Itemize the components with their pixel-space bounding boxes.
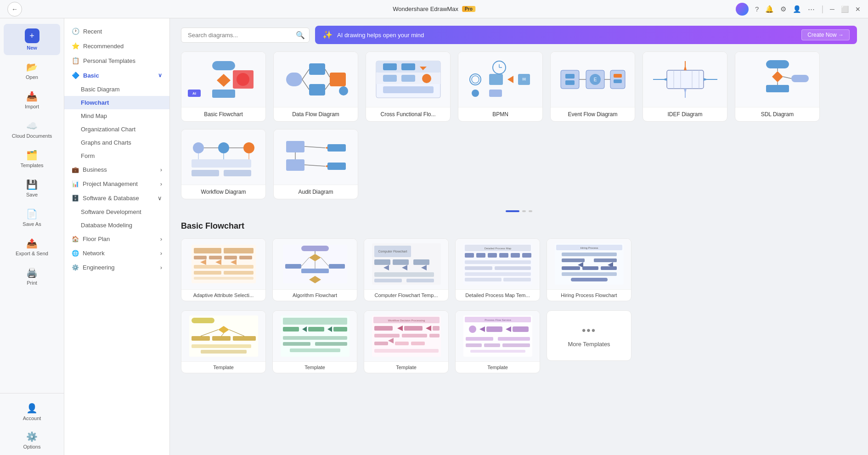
svg-rect-7 xyxy=(286,73,302,86)
account-button[interactable]: 👤 xyxy=(793,5,801,13)
close-button[interactable]: ✕ xyxy=(855,6,861,13)
nav-category-floor[interactable]: 🏠 Floor Plan › xyxy=(64,232,169,246)
sidebar-item-open[interactable]: 📂 Open xyxy=(4,57,60,84)
svg-rect-163 xyxy=(201,350,247,354)
svg-point-15 xyxy=(339,86,348,95)
nav-item-recent[interactable]: 🕐 Recent xyxy=(64,24,169,39)
flowchart-template-detailed[interactable]: Detailed Process Map xyxy=(455,238,540,301)
nav-item-recommended[interactable]: ⭐ Recommended xyxy=(64,39,169,53)
fc-label-algorithm: Algorithm Flowchart xyxy=(273,289,357,301)
svg-rect-23 xyxy=(401,75,415,82)
nav-item-personal[interactable]: 📋 Personal Templates xyxy=(64,53,169,68)
sidebar-item-saveas[interactable]: 📄 Save As xyxy=(4,204,60,231)
template-card-idef[interactable]: IDEF Diagram xyxy=(643,51,727,122)
nav-category-network[interactable]: 🌐 Network › xyxy=(64,246,169,260)
svg-rect-39 xyxy=(565,80,575,85)
svg-rect-48 xyxy=(667,70,704,89)
nav-sub-basic-diagram[interactable]: Basic Diagram xyxy=(64,83,169,96)
search-button[interactable]: 🔍 xyxy=(296,31,305,39)
flowchart-template-adaptive[interactable]: Adaptive Attribute Selecti... xyxy=(181,238,266,301)
svg-rect-143 xyxy=(562,253,617,256)
project-icon: 📊 xyxy=(72,180,79,187)
engineering-chevron-icon: › xyxy=(160,264,162,271)
nav-sub-flowchart[interactable]: Flowchart xyxy=(64,96,169,109)
svg-rect-90 xyxy=(224,248,254,253)
svg-rect-168 xyxy=(308,327,324,331)
svg-rect-203 xyxy=(502,343,530,347)
template-card-cross-functional[interactable]: Cross Functional Flo... xyxy=(366,51,451,122)
card-label-event-flow: Event Flow Diagram xyxy=(551,107,635,121)
nav-sub-db-modeling[interactable]: Database Modeling xyxy=(64,219,169,232)
template-card-data-flow[interactable]: Data Flow Diagram xyxy=(273,51,358,122)
ai-create-button[interactable]: Create Now → xyxy=(801,29,850,40)
nav-category-project[interactable]: 📊 Project Management › xyxy=(64,177,169,191)
svg-rect-8 xyxy=(309,63,325,75)
svg-rect-117 xyxy=(393,259,409,265)
svg-rect-190 xyxy=(374,349,439,353)
cloud-icon: ☁️ xyxy=(26,120,38,131)
sidebar-item-cloud[interactable]: ☁️ Cloud Documents xyxy=(4,116,60,143)
nav-category-business[interactable]: 💼 Business › xyxy=(64,163,169,177)
svg-rect-154 xyxy=(192,318,214,323)
more-button[interactable]: ⋯ xyxy=(808,5,815,13)
maximize-button[interactable]: ⬜ xyxy=(841,6,849,13)
search-input[interactable] xyxy=(181,28,310,43)
options-icon: ⚙️ xyxy=(26,431,38,442)
svg-rect-178 xyxy=(374,326,393,331)
svg-rect-63 xyxy=(766,85,789,92)
sidebar-item-print[interactable]: 🖨️ Print xyxy=(4,263,60,290)
minimize-button[interactable]: ─ xyxy=(830,6,834,13)
fc-label-row2-2: Template xyxy=(273,361,357,373)
svg-rect-135 xyxy=(465,266,492,270)
fc-label-adaptive: Adaptive Attribute Selecti... xyxy=(181,289,265,301)
svg-point-4 xyxy=(237,73,249,86)
svg-rect-156 xyxy=(192,336,210,341)
svg-rect-22 xyxy=(383,75,397,82)
sidebar-item-options[interactable]: ⚙️ Options xyxy=(4,427,60,454)
nav-sub-software-dev[interactable]: Software Development xyxy=(64,205,169,219)
more-templates-card[interactable]: ••• More Templates xyxy=(547,310,631,361)
flowchart-template-computer[interactable]: Computer Flowchart Computer Flowchart Te… xyxy=(364,238,449,301)
svg-rect-38 xyxy=(565,74,575,79)
svg-rect-183 xyxy=(374,334,400,337)
nav-category-software[interactable]: 🗄️ Software & Database ∨ xyxy=(64,191,169,205)
svg-rect-170 xyxy=(333,327,347,331)
template-card-workflow[interactable]: Workflow Diagram xyxy=(181,129,266,199)
back-button[interactable]: ← xyxy=(7,2,22,17)
template-card-sdl[interactable]: SDL Diagram xyxy=(735,51,820,122)
settings-button[interactable]: ⚙ xyxy=(780,5,786,13)
sidebar-item-new[interactable]: + New xyxy=(4,24,60,55)
nav-sub-mind-map[interactable]: Mind Map xyxy=(64,109,169,123)
template-card-audit[interactable]: Audit Diagram xyxy=(273,129,358,199)
fc-label-detailed: Detailed Process Map Tem... xyxy=(456,289,540,301)
nav-sub-graphs[interactable]: Graphs and Charts xyxy=(64,136,169,149)
sidebar-item-save[interactable]: 💾 Save xyxy=(4,174,60,202)
nav-sub-form[interactable]: Form xyxy=(64,149,169,163)
flowchart-template-row2-1[interactable]: Template xyxy=(181,310,266,373)
basic-category-icon: 🔷 xyxy=(72,72,79,79)
flowchart-template-row2-4[interactable]: Process Flow Service Template xyxy=(455,310,540,373)
help-button[interactable]: ? xyxy=(755,5,759,13)
sidebar-item-import[interactable]: 📥 Import xyxy=(4,86,60,114)
svg-rect-139 xyxy=(503,278,531,281)
sidebar-item-account[interactable]: 👤 Account xyxy=(4,398,60,426)
svg-rect-75 xyxy=(224,170,251,176)
svg-line-14 xyxy=(325,83,330,90)
nav-category-basic[interactable]: 🔷 Basic ∨ xyxy=(64,68,169,83)
flowchart-template-hiring[interactable]: Hiring Process Hiring Process Flowchart xyxy=(547,238,631,301)
svg-rect-99 xyxy=(194,271,221,275)
flowchart-template-row2-2[interactable]: Template xyxy=(272,310,357,373)
sidebar-item-templates[interactable]: 🗂️ Templates xyxy=(4,145,60,173)
engineering-icon: ⚙️ xyxy=(72,264,79,271)
flowchart-template-row2-3[interactable]: Workflow Decision Processing xyxy=(364,310,449,373)
fc-label-computer: Computer Flowchart Temp... xyxy=(364,289,448,301)
template-card-basic-flowchart[interactable]: AI Basic Flowchart xyxy=(181,51,266,122)
nav-category-engineering[interactable]: ⚙️ Engineering › xyxy=(64,260,169,275)
notification-button[interactable]: 🔔 xyxy=(765,5,774,13)
template-card-bpmn[interactable]: ✉ BPMN xyxy=(458,51,543,122)
template-card-event-flow[interactable]: E Event Flow Diagram xyxy=(550,51,635,122)
sidebar-item-export[interactable]: 📤 Export & Send xyxy=(4,233,60,261)
nav-sub-org-chart[interactable]: Organizational Chart xyxy=(64,123,169,136)
sidebar-new-label: New xyxy=(27,45,37,51)
flowchart-template-algorithm[interactable]: Algorithm Flowchart xyxy=(272,238,357,301)
